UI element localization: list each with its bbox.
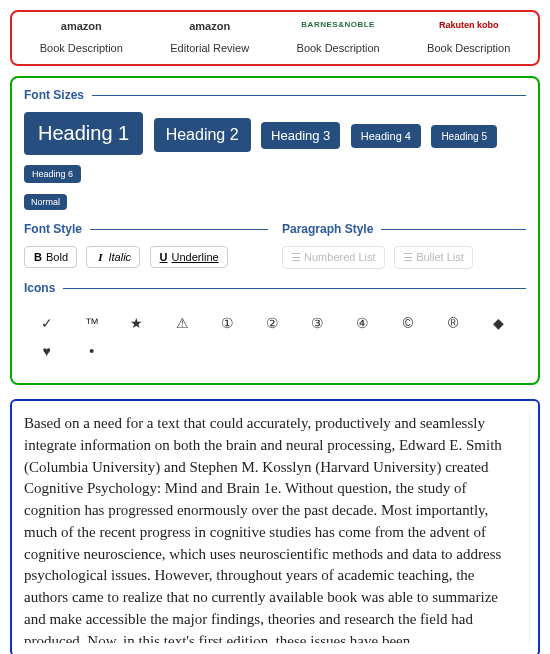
amazon-logo: amazon <box>40 20 123 34</box>
font-style-header: Font Style <box>24 222 268 236</box>
numbered-list-icon: ☰ <box>291 251 304 263</box>
underline-button[interactable]: UUnderline <box>150 246 228 268</box>
divider <box>381 229 526 230</box>
button-label: Bullet List <box>416 251 464 263</box>
divider <box>63 288 526 289</box>
diamond-icon[interactable]: ◆ <box>476 309 521 337</box>
section-title: Icons <box>24 281 55 295</box>
button-label: Bold <box>46 251 68 263</box>
heading-4-button[interactable]: Heading 4 <box>351 124 421 148</box>
section-title: Font Sizes <box>24 88 84 102</box>
copyright-icon[interactable]: © <box>385 309 430 337</box>
bold-icon: B <box>33 251 43 263</box>
heading-3-button[interactable]: Heading 3 <box>261 122 340 149</box>
icons-header: Icons <box>24 281 526 295</box>
tab-label: Editorial Review <box>170 42 249 54</box>
heart-icon[interactable]: ♥ <box>24 337 69 365</box>
bullet-icon[interactable]: • <box>69 337 114 365</box>
star-icon[interactable]: ★ <box>114 309 159 337</box>
kobo-logo: Rakuten kobo <box>427 20 510 34</box>
divider <box>92 95 526 96</box>
section-title: Font Style <box>24 222 82 236</box>
divider <box>90 229 268 230</box>
button-label: Italic <box>108 251 131 263</box>
italic-button[interactable]: IItalic <box>86 246 140 268</box>
heading-buttons-row: Heading 1 Heading 2 Heading 3 Heading 4 … <box>24 112 526 218</box>
bullet-list-button[interactable]: ☰ Bullet List <box>394 246 473 269</box>
numbered-list-button[interactable]: ☰ Numbered List <box>282 246 385 269</box>
heading-5-button[interactable]: Heading 5 <box>431 125 497 148</box>
icons-grid: ✓ ™ ★ ⚠ ① ② ③ ④ © ® ◆ ♥ • <box>24 305 526 369</box>
check-icon[interactable]: ✓ <box>24 309 69 337</box>
tab-kobo[interactable]: Rakuten kobo Book Description <box>427 20 510 56</box>
heading-1-button[interactable]: Heading 1 <box>24 112 143 155</box>
editor-textarea[interactable]: Based on a need for a text that could ac… <box>24 413 525 643</box>
circled-2-icon[interactable]: ② <box>250 309 295 337</box>
normal-text-button[interactable]: Normal <box>24 194 67 210</box>
italic-icon: I <box>95 251 105 263</box>
underline-icon: U <box>159 251 169 263</box>
tab-amazon-editorial[interactable]: amazon Editorial Review <box>170 20 249 56</box>
warning-icon[interactable]: ⚠ <box>160 309 205 337</box>
heading-2-button[interactable]: Heading 2 <box>154 118 251 152</box>
scrollbar[interactable] <box>529 413 530 643</box>
tab-label: Book Description <box>427 42 510 54</box>
registered-icon[interactable]: ® <box>431 309 476 337</box>
tab-label: Book Description <box>297 42 380 54</box>
formatting-toolbar: Font Sizes Heading 1 Heading 2 Heading 3… <box>10 76 540 385</box>
circled-3-icon[interactable]: ③ <box>295 309 340 337</box>
trademark-icon[interactable]: ™ <box>69 309 114 337</box>
font-sizes-header: Font Sizes <box>24 88 526 102</box>
bullet-list-icon: ☰ <box>403 251 416 263</box>
description-editor[interactable]: Based on a need for a text that could ac… <box>10 399 540 654</box>
destination-tabs: amazon Book Description amazon Editorial… <box>10 10 540 66</box>
button-label: Underline <box>172 251 219 263</box>
circled-4-icon[interactable]: ④ <box>340 309 385 337</box>
tab-barnes-noble[interactable]: BARNES&NOBLE Book Description <box>297 20 380 56</box>
heading-6-button[interactable]: Heading 6 <box>24 165 81 183</box>
tab-amazon-description[interactable]: amazon Book Description <box>40 20 123 56</box>
bold-button[interactable]: BBold <box>24 246 77 268</box>
paragraph-style-header: Paragraph Style <box>282 222 526 236</box>
tab-label: Book Description <box>40 42 123 54</box>
button-label: Numbered List <box>304 251 376 263</box>
barnes-noble-logo: BARNES&NOBLE <box>297 20 380 34</box>
amazon-logo: amazon <box>170 20 249 34</box>
circled-1-icon[interactable]: ① <box>205 309 250 337</box>
section-title: Paragraph Style <box>282 222 373 236</box>
